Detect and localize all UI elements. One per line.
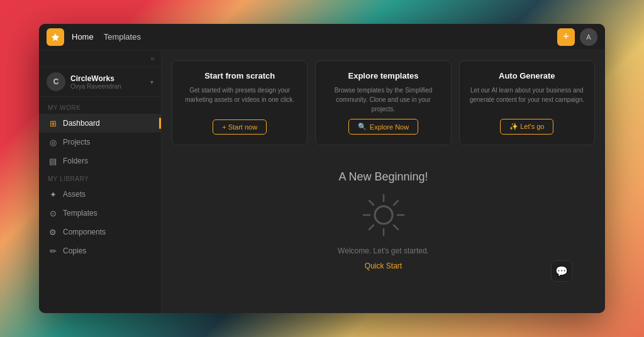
sidebar-item-copies-label: Copies bbox=[63, 246, 86, 255]
card-templates-desc: Browse templates by the Simplified commu… bbox=[326, 86, 440, 114]
collapse-icon[interactable]: « bbox=[150, 54, 155, 63]
app-logo bbox=[47, 28, 64, 46]
svg-line-5 bbox=[369, 201, 374, 205]
search-icon: 🔍 bbox=[358, 123, 367, 131]
sidebar-item-components-label: Components bbox=[63, 228, 106, 236]
sidebar-item-copies[interactable]: ✏ Copies bbox=[39, 241, 161, 260]
start-now-button[interactable]: + Start now bbox=[213, 119, 267, 135]
welcome-text: Welcome. Let's get started. bbox=[338, 246, 429, 255]
sidebar-nav: My work ⊞ Dashboard ◎ Projects ▤ Folders… bbox=[39, 97, 161, 313]
svg-line-8 bbox=[369, 225, 374, 229]
svg-point-0 bbox=[375, 206, 392, 224]
sidebar-item-folders-label: Folders bbox=[63, 157, 88, 165]
sidebar-item-projects-label: Projects bbox=[63, 138, 90, 146]
top-nav: Home Templates bbox=[72, 32, 557, 41]
explore-now-button[interactable]: 🔍 Explore Now bbox=[348, 119, 418, 135]
sidebar-item-assets[interactable]: ✦ Assets bbox=[39, 185, 161, 204]
svg-line-7 bbox=[394, 201, 398, 205]
sidebar-item-projects[interactable]: ◎ Projects bbox=[39, 133, 161, 152]
lets-go-button[interactable]: ✨ Let's go bbox=[500, 119, 553, 135]
card-autogenerate-desc: Let our AI learn about your business and… bbox=[470, 86, 584, 114]
explore-now-label: Explore Now bbox=[370, 123, 409, 131]
card-templates: Explore templates Browse templates by th… bbox=[315, 60, 451, 145]
top-actions: + A bbox=[557, 28, 597, 46]
folders-icon: ▤ bbox=[48, 156, 58, 166]
sidebar-item-templates-label: Templates bbox=[63, 209, 97, 218]
sidebar-collapse: « bbox=[39, 50, 161, 67]
assets-icon: ✦ bbox=[48, 189, 58, 199]
nav-templates[interactable]: Templates bbox=[104, 32, 141, 41]
user-subtitle: Ovya Raveendran bbox=[70, 83, 150, 90]
chat-button[interactable]: 💬 bbox=[551, 260, 572, 282]
sidebar-item-templates[interactable]: ⊙ Templates bbox=[39, 204, 161, 223]
user-info: CircleWorks Ovya Raveendran bbox=[70, 74, 150, 90]
sidebar-item-dashboard-label: Dashboard bbox=[63, 119, 100, 128]
components-icon: ⚙ bbox=[48, 227, 58, 237]
card-scratch-desc: Get started with presets design your mar… bbox=[182, 86, 297, 114]
projects-icon: ◎ bbox=[48, 137, 58, 147]
empty-state: A New Beginning! Welcome. Let's get st bbox=[172, 158, 595, 283]
sidebar: « C CircleWorks Ovya Raveendran ▾ My wor… bbox=[39, 50, 162, 313]
quick-start-link[interactable]: Quick Start bbox=[365, 262, 402, 270]
empty-state-title: A New Beginning! bbox=[338, 170, 428, 184]
copies-icon: ✏ bbox=[48, 246, 58, 256]
sidebar-item-components[interactable]: ⚙ Components bbox=[39, 223, 161, 241]
card-autogenerate: Auto Generate Let our AI learn about you… bbox=[459, 60, 595, 145]
sun-illustration bbox=[358, 190, 409, 240]
top-bar: Home Templates + A bbox=[39, 24, 605, 50]
cards-row: Start from scratch Get started with pres… bbox=[172, 60, 595, 145]
card-scratch-title: Start from scratch bbox=[204, 71, 275, 80]
nav-home[interactable]: Home bbox=[72, 32, 94, 41]
card-scratch: Start from scratch Get started with pres… bbox=[172, 60, 308, 145]
main-content: Start from scratch Get started with pres… bbox=[162, 50, 605, 313]
sidebar-item-folders[interactable]: ▤ Folders bbox=[39, 152, 161, 170]
sidebar-item-dashboard[interactable]: ⊞ Dashboard bbox=[39, 114, 161, 133]
sidebar-item-assets-label: Assets bbox=[63, 190, 86, 199]
svg-line-6 bbox=[394, 225, 398, 229]
dashboard-icon: ⊞ bbox=[48, 118, 58, 128]
card-templates-title: Explore templates bbox=[348, 71, 418, 80]
section-my-work-label: My work bbox=[39, 99, 161, 114]
sidebar-user[interactable]: C CircleWorks Ovya Raveendran ▾ bbox=[39, 67, 161, 97]
card-autogenerate-title: Auto Generate bbox=[499, 71, 555, 80]
main-layout: « C CircleWorks Ovya Raveendran ▾ My wor… bbox=[39, 50, 605, 313]
templates-icon: ⊙ bbox=[48, 208, 58, 218]
chat-icon: 💬 bbox=[555, 265, 568, 277]
user-name: CircleWorks bbox=[70, 74, 150, 83]
user-avatar-button[interactable]: A bbox=[580, 28, 597, 46]
user-chevron-icon: ▾ bbox=[150, 79, 153, 86]
avatar: C bbox=[47, 72, 65, 91]
add-button[interactable]: + bbox=[557, 28, 575, 46]
section-my-library-label: My library bbox=[39, 170, 161, 185]
